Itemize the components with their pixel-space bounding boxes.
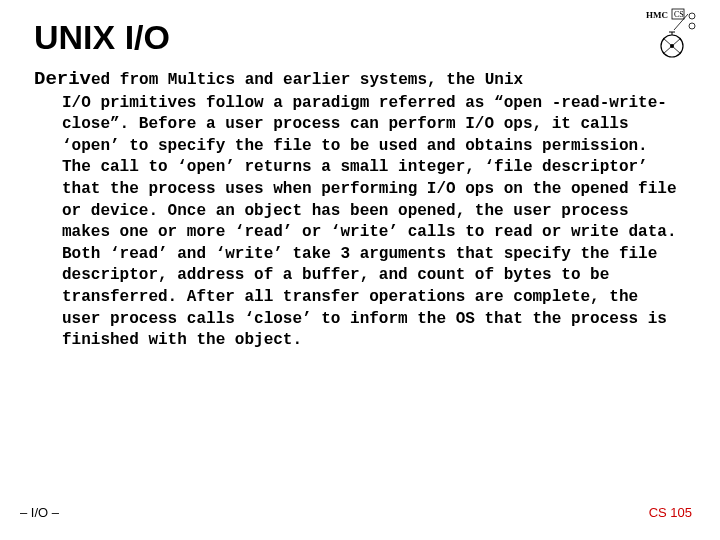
slide-title: UNIX I/O	[34, 18, 686, 57]
slide: HMC CS UNIX I/O Derived from Multics and…	[0, 0, 720, 540]
svg-point-3	[689, 23, 695, 29]
logo-text-icon: HMC	[646, 10, 668, 20]
college-logo: HMC CS	[642, 6, 702, 66]
dropcap: Deriv	[34, 68, 91, 90]
footer-left: – I/O –	[20, 505, 59, 520]
svg-point-2	[689, 13, 695, 19]
footer-right: CS 105	[649, 505, 692, 520]
body-paragraph: I/O primitives follow a paradigm referre…	[34, 93, 686, 352]
svg-text:CS: CS	[674, 10, 684, 19]
first-line: ed from Multics and earlier systems, the…	[91, 71, 523, 89]
slide-body: Derived from Multics and earlier systems…	[34, 67, 686, 352]
